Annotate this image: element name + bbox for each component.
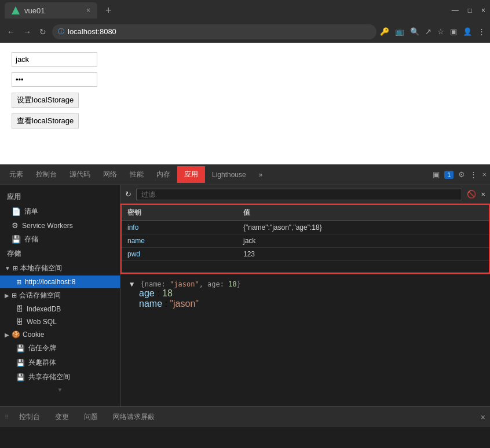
name-input[interactable] [12, 52, 97, 67]
tab-lighthouse[interactable]: Lighthouse [206, 167, 252, 182]
cookie-group[interactable]: ▶ 🍪 Cookie [0, 328, 120, 341]
back-button[interactable]: ← [5, 25, 17, 39]
table-row[interactable]: pwd 123 [122, 248, 489, 261]
preview-expanded: age : 18 name : "jason" [130, 288, 481, 309]
set-localstorage-button[interactable]: 设置localStorage [12, 93, 79, 108]
session-storage-group[interactable]: ▶ ⊞ 会话存储空间 [0, 288, 120, 303]
tab-memory[interactable]: 内存 [151, 166, 176, 183]
secure-icon: ⓘ [58, 27, 64, 36]
preview-obj-comma: , age: [199, 280, 229, 288]
interest-icon: 💾 [16, 359, 25, 367]
refresh-button[interactable]: ↻ [37, 25, 49, 39]
cast-icon: 📺 [395, 27, 404, 36]
close-button[interactable]: × [481, 6, 485, 14]
shared-icon: 💾 [16, 373, 25, 381]
local-storage-group[interactable]: ▼ ⊞ 本地存储空间 [0, 261, 120, 276]
trust-icon: 💾 [16, 344, 25, 352]
devtools-bottombar: ⠿ 控制台 变更 问题 网络请求屏蔽 × [0, 406, 490, 427]
devtools-sidebar: 应用 📄 清单 ⚙ Service Workers 💾 存储 存储 ▼ ⊞ 本地… [0, 185, 120, 406]
table-header: 密钥 值 [122, 205, 489, 221]
tab-console[interactable]: 控制台 [30, 166, 63, 183]
zoom-icon: 🔍 [410, 27, 419, 36]
maximize-button[interactable]: □ [468, 6, 472, 14]
preview-age-row: age : 18 [139, 288, 481, 299]
devtools-more-icon[interactable]: ⋮ [470, 170, 477, 179]
table-row[interactable]: name jack [122, 234, 489, 248]
page-content: 设置localStorage 查看localStorage [0, 43, 490, 164]
tab-close-button[interactable]: × [86, 6, 90, 14]
devtools-dock-icon[interactable]: ▣ [433, 170, 440, 179]
sidebar-item-service-workers[interactable]: ⚙ Service Workers [0, 219, 120, 232]
bottom-tab-changes[interactable]: 变更 [48, 409, 76, 425]
devtools-settings-icon[interactable]: ⚙ [458, 170, 465, 179]
bottom-tab-network-block[interactable]: 网络请求屏蔽 [106, 409, 162, 425]
session-storage-label: 会话存储空间 [19, 291, 61, 300]
col-key-header: 密钥 [122, 205, 237, 221]
preview-object: ▼ {name: "jason", age: 18} [130, 280, 481, 288]
preview-age-val-inline: 18 [228, 280, 236, 288]
tab-application[interactable]: 应用 [177, 166, 205, 183]
get-localstorage-button[interactable]: 查看localStorage [12, 113, 79, 128]
storage-icon: 💾 [12, 235, 21, 244]
sidebar-item-shared-storage[interactable]: 💾 共享存储空间 [0, 370, 120, 384]
preview-age-number: 18 [162, 288, 173, 298]
bottom-tab-console[interactable]: 控制台 [12, 409, 47, 425]
address-tools: 🔑 📺 🔍 ↗ ☆ ▣ 👤 ⋮ [380, 27, 485, 36]
cell-value-1: jack [237, 234, 261, 247]
sidebar-toggle-icon[interactable]: ▣ [450, 27, 457, 36]
new-tab-button[interactable]: + [102, 5, 115, 17]
preview-name-key: name [139, 299, 162, 309]
profile-icon[interactable]: 👤 [463, 27, 472, 36]
cell-key-1: name [122, 234, 237, 247]
preview-colon: : [157, 288, 162, 298]
devtools-toolbar: 元素 控制台 源代码 网络 性能 内存 应用 Lighthouse » ▣ 1 … [0, 164, 490, 185]
sidebar-item-manifest[interactable]: 📄 清单 [0, 204, 120, 219]
sidebar-item-indexeddb[interactable]: 🗄 IndexedDB [0, 303, 120, 315]
devtools-close-icon[interactable]: × [482, 170, 487, 179]
trust-label: 信任令牌 [28, 343, 56, 353]
table-row[interactable]: info {"name":"jason","age":18} [122, 221, 489, 234]
indexeddb-icon: 🗄 [16, 305, 23, 313]
websql-label: Web SQL [27, 318, 57, 326]
tab-network[interactable]: 网络 [97, 166, 123, 183]
sidebar-item-storage[interactable]: 💾 存储 [0, 232, 120, 247]
filter-close-icon[interactable]: × [481, 190, 485, 199]
filter-refresh-button[interactable]: ↻ [125, 190, 131, 199]
service-workers-icon: ⚙ [12, 221, 19, 230]
sidebar-storage-label: 存储 [24, 234, 38, 244]
sidebar-item-websql[interactable]: 🗄 Web SQL [0, 315, 120, 328]
preview-toggle[interactable]: ▼ [130, 280, 134, 288]
shared-label: 共享存储空间 [28, 372, 70, 382]
devtools-icons: ▣ 1 ⚙ ⋮ × [433, 170, 487, 179]
sidebar-item-interest-groups[interactable]: 💾 兴趣群体 [0, 355, 120, 370]
filter-block-icon[interactable]: 🚫 [467, 190, 476, 199]
drag-handle: ⠿ [5, 414, 9, 420]
key-icon: 🔑 [380, 27, 389, 36]
more-tabs-button[interactable]: » [253, 167, 269, 182]
sidebar-item-trust-tokens[interactable]: 💾 信任令牌 [0, 341, 120, 355]
preview-panel: ▼ {name: "jason", age: 18} age : 18 name… [120, 274, 490, 406]
devtools-panel: 元素 控制台 源代码 网络 性能 内存 应用 Lighthouse » ▣ 1 … [0, 164, 490, 427]
forward-button[interactable]: → [21, 25, 34, 39]
session-grid-icon: ⊞ [12, 292, 17, 299]
address-box[interactable]: ⓘ localhost:8080 [52, 24, 376, 39]
minimize-button[interactable]: — [452, 6, 459, 14]
storage-table: 密钥 值 info {"name":"jason","age":18} name… [120, 204, 490, 274]
cookie-label: Cookie [23, 331, 44, 339]
local-storage-label: 本地存储空间 [20, 263, 62, 273]
menu-icon[interactable]: ⋮ [478, 27, 485, 36]
sidebar-item-localhost[interactable]: ⊞ http://localhost:8 [0, 276, 120, 288]
browser-tab[interactable]: vue01 × [5, 2, 97, 19]
tab-title: vue01 [24, 6, 45, 15]
bottom-close-icon[interactable]: × [481, 413, 485, 422]
password-input[interactable] [12, 72, 97, 87]
bottom-tab-issues[interactable]: 问题 [77, 409, 105, 425]
share-icon: ↗ [425, 27, 432, 36]
filter-input[interactable] [136, 189, 462, 200]
filter-bar: ↻ 🚫 × [120, 185, 490, 204]
tab-performance[interactable]: 性能 [124, 166, 149, 183]
expand-arrow: ▼ [5, 265, 10, 271]
tab-elements[interactable]: 元素 [3, 166, 29, 183]
preview-name-row: name : "jason" [139, 299, 481, 309]
tab-sources[interactable]: 源代码 [64, 166, 96, 183]
